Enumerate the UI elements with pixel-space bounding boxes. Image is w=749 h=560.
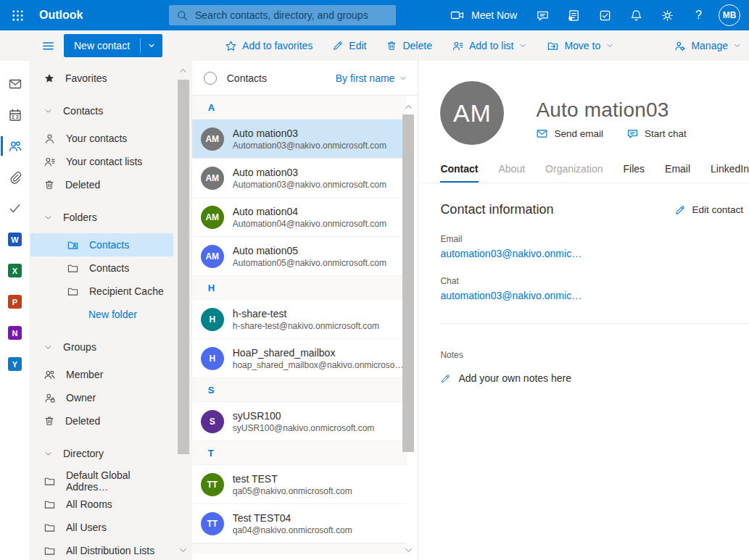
tab-about[interactable]: About: [499, 163, 526, 183]
sidebar-item-default-gal[interactable]: Default Global Addres…: [30, 469, 173, 493]
scroll-up-icon[interactable]: [178, 65, 189, 76]
rail-powerpoint[interactable]: P: [0, 286, 30, 317]
todo-button[interactable]: [589, 0, 621, 30]
contact-row[interactable]: TT test TEST qa05@nakivo.onmicrosoft.com: [192, 465, 407, 504]
search-input[interactable]: [195, 9, 389, 21]
sidebar-item-your-contact-lists[interactable]: Your contact lists: [30, 150, 173, 173]
sidebar-item-all-users[interactable]: All Users: [30, 516, 173, 539]
trash-icon: [44, 179, 55, 191]
add-to-list-button[interactable]: Add to list: [452, 40, 527, 52]
contact-list-icon: [44, 156, 56, 168]
sidebar-item-your-contacts[interactable]: Your contacts: [30, 127, 173, 150]
chat-link[interactable]: automation03@nakivo.onmic…: [440, 290, 749, 301]
avatar: TT: [201, 473, 224, 496]
tab-organization[interactable]: Organization: [545, 163, 603, 183]
sidebar-new-folder-link[interactable]: New folder: [30, 303, 173, 326]
contact-row[interactable]: H h-share-test h-share-test@nakivo.onmic…: [192, 300, 407, 339]
sidebar-section-directory[interactable]: Directory: [30, 442, 173, 465]
sidebar-item-recipient-cache[interactable]: Recipient Cache: [30, 280, 173, 303]
meet-now-button[interactable]: Meet Now: [440, 0, 527, 30]
sidebar-scrollbar[interactable]: [176, 62, 191, 559]
sidebar-section-folders[interactable]: Folders: [30, 206, 173, 229]
rail-calendar[interactable]: [0, 99, 30, 130]
sidebar-item-deleted[interactable]: Deleted: [30, 173, 173, 196]
chevron-down-icon: [44, 213, 53, 222]
top-app-bar: Outlook Meet Now ? MB: [0, 0, 749, 30]
add-to-favorites-button[interactable]: Add to favorites: [225, 40, 313, 52]
scrollbar-thumb[interactable]: [178, 80, 189, 454]
manage-button[interactable]: Manage: [674, 40, 742, 52]
contact-row[interactable]: AM Auto mation04 Automation04@nakivo.onm…: [192, 198, 407, 237]
contact-avatar: AM: [440, 81, 504, 145]
rail-attachments[interactable]: [0, 162, 30, 193]
scroll-up-icon[interactable]: [403, 101, 414, 112]
sidebar-section-contacts[interactable]: Contacts: [30, 99, 173, 122]
rail-tasks[interactable]: [0, 193, 30, 224]
rail-yammer[interactable]: Y: [0, 348, 30, 380]
sidebar-item-contacts-folder[interactable]: Contacts: [30, 256, 173, 280]
rail-word[interactable]: W: [0, 224, 30, 255]
chevron-down-icon: [44, 106, 53, 116]
edit-button[interactable]: Edit: [332, 40, 366, 51]
folder-icon: [67, 262, 79, 275]
email-link[interactable]: automation03@nakivo.onmic…: [440, 248, 749, 259]
sidebar-item-member[interactable]: Member: [30, 363, 173, 386]
chevron-down-icon: [44, 449, 53, 459]
sidebar-item-groups-deleted[interactable]: Deleted: [30, 409, 173, 432]
sidebar-favorites[interactable]: Favorites: [30, 67, 173, 90]
add-notes-button[interactable]: Add your own notes here: [440, 372, 749, 384]
delete-button[interactable]: Delete: [386, 40, 431, 51]
contact-row[interactable]: AM Auto mation03 Automation03@nakivo.onm…: [192, 120, 407, 159]
edit-contact-button[interactable]: Edit contact: [674, 204, 743, 216]
help-button[interactable]: ?: [683, 0, 714, 30]
contact-row[interactable]: S syUSR100 syUSR100@nakivo.onmicrosoft.c…: [192, 402, 407, 441]
contact-row[interactable]: AM Auto mation03 Automation03@nakivo.onm…: [192, 159, 407, 198]
select-all-checkbox[interactable]: [204, 72, 217, 85]
sort-dropdown[interactable]: By first name: [336, 72, 408, 84]
trash-icon: [44, 415, 55, 427]
sidebar-section-groups[interactable]: Groups: [30, 335, 173, 359]
chat-icon: [626, 128, 639, 140]
chat-button[interactable]: [527, 0, 558, 30]
search-bar[interactable]: [169, 5, 396, 25]
mail-icon: [8, 77, 22, 91]
pencil-icon: [440, 373, 451, 384]
scroll-down-icon[interactable]: [178, 545, 189, 556]
tab-linkedin[interactable]: LinkedIn: [711, 163, 749, 183]
word-icon: W: [8, 233, 22, 246]
rail-mail[interactable]: [0, 68, 30, 99]
onenote-feed-icon: [567, 9, 581, 22]
tab-contact[interactable]: Contact: [440, 163, 478, 183]
account-avatar[interactable]: MB: [719, 4, 740, 26]
folder-icon: [44, 545, 56, 557]
contact-row[interactable]: TT Test TEST04 qa04@nakivo.onmicrosoft.c…: [192, 504, 407, 543]
avatar: AM: [201, 167, 224, 190]
sidebar-item-owner[interactable]: Owner: [30, 386, 173, 409]
contact-row[interactable]: H HoaP_shared_mailbox hoap_shared_mailbo…: [192, 339, 407, 378]
send-email-button[interactable]: Send email: [536, 128, 603, 140]
collapse-nav-button[interactable]: [41, 39, 55, 53]
start-chat-button[interactable]: Start chat: [626, 128, 687, 140]
rail-people[interactable]: [0, 130, 30, 162]
notifications-button[interactable]: [621, 0, 652, 30]
new-contact-dropdown[interactable]: [140, 38, 162, 53]
tab-email[interactable]: Email: [665, 163, 690, 183]
move-to-button[interactable]: Move to: [547, 40, 614, 52]
settings-button[interactable]: [652, 0, 683, 30]
contact-row[interactable]: AM Auto mation05 Automation05@nakivo.onm…: [192, 237, 407, 276]
rail-excel[interactable]: X: [0, 255, 30, 286]
onenote-feed-button[interactable]: [558, 0, 589, 30]
scroll-down-icon[interactable]: [403, 545, 414, 556]
new-contact-button[interactable]: New contact: [64, 34, 162, 57]
people-icon: [8, 139, 22, 154]
tab-files[interactable]: Files: [623, 163, 645, 183]
app-rail: W X P N Y: [0, 61, 30, 560]
sidebar-item-contacts-folder-selected[interactable]: Contacts: [30, 233, 173, 256]
rail-onenote[interactable]: N: [0, 317, 30, 348]
contact-list-scrollbar[interactable]: [402, 96, 415, 560]
sidebar-item-all-distribution-lists[interactable]: All Distribution Lists: [30, 539, 173, 560]
scrollbar-thumb[interactable]: [402, 114, 414, 452]
avatar: AM: [201, 206, 224, 229]
app-launcher-icon[interactable]: [0, 0, 35, 30]
sidebar-item-all-rooms[interactable]: All Rooms: [30, 493, 173, 516]
